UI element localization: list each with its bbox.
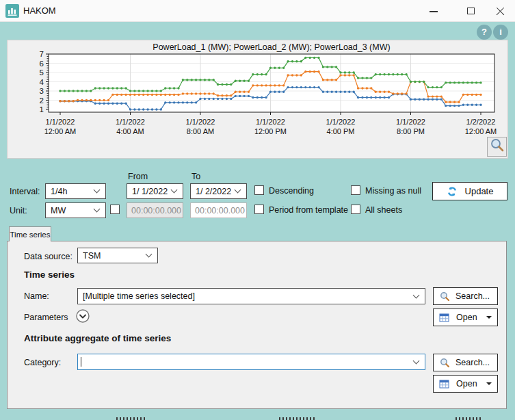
svg-text:12:00 AM: 12:00 AM xyxy=(44,127,76,135)
svg-text:6: 6 xyxy=(40,60,44,68)
unit-value: MW xyxy=(51,206,94,215)
svg-text:1/2/2022: 1/2/2022 xyxy=(466,118,496,126)
chevron-down-icon xyxy=(171,187,178,194)
search-icon xyxy=(440,291,450,302)
missing-as-null-label: Missing as null xyxy=(365,186,421,196)
svg-text:1/1/2022: 1/1/2022 xyxy=(116,118,145,126)
maximize-icon xyxy=(467,8,475,14)
minimize-button[interactable] xyxy=(422,1,445,21)
chevron-down-icon xyxy=(94,187,101,194)
minimize-icon xyxy=(430,11,438,12)
close-button[interactable] xyxy=(488,1,512,21)
chart-zoom-button[interactable] xyxy=(487,137,507,157)
unit-label: Unit: xyxy=(10,206,27,215)
svg-text:12:00 PM: 12:00 PM xyxy=(254,127,287,135)
data-source-select[interactable]: TSM xyxy=(77,248,158,263)
period-from-template-checkbox[interactable] xyxy=(254,205,264,214)
svg-text:4: 4 xyxy=(40,78,44,86)
help-icon: ? xyxy=(481,27,487,37)
open-category-button[interactable]: Open xyxy=(433,375,498,393)
chevron-down-icon xyxy=(235,187,241,194)
update-button[interactable]: Update xyxy=(432,182,507,200)
from-date-picker[interactable]: 1/ 1/2022 xyxy=(127,183,183,199)
search-label: Search... xyxy=(455,358,490,367)
time-from-field[interactable]: 00:00:00.000 xyxy=(127,202,183,218)
clipped-text-fragment xyxy=(116,417,145,420)
data-source-label: Data source: xyxy=(24,252,72,261)
refresh-icon xyxy=(447,186,458,197)
svg-text:1/1/2022: 1/1/2022 xyxy=(46,118,75,126)
table-icon xyxy=(439,313,449,322)
category-label: Category: xyxy=(24,358,61,367)
category-combobox[interactable] xyxy=(77,354,425,370)
tab-label: Time series xyxy=(10,231,51,239)
svg-text:PowerLoad_1 (MW); PowerLoad_2: PowerLoad_1 (MW); PowerLoad_2 (MW); Powe… xyxy=(153,42,390,52)
from-date-value: 1/ 1/2022 xyxy=(132,187,172,196)
svg-text:1/1/2022: 1/1/2022 xyxy=(256,118,285,126)
to-date-value: 1/ 2/2022 xyxy=(196,187,235,196)
parameters-label: Parameters xyxy=(24,313,68,322)
open-time-series-button[interactable]: Open xyxy=(433,309,498,326)
open-label: Open xyxy=(456,379,477,389)
magnifier-icon xyxy=(489,137,505,157)
svg-text:1/1/2022: 1/1/2022 xyxy=(186,118,215,126)
descending-checkbox[interactable] xyxy=(254,185,264,195)
svg-text:1/1/2022: 1/1/2022 xyxy=(396,118,425,126)
info-icon: i xyxy=(499,27,502,37)
svg-text:5: 5 xyxy=(40,68,44,77)
svg-text:1: 1 xyxy=(40,105,44,114)
dropdown-arrow-icon xyxy=(486,382,492,385)
application-window: HAKOM ? i 12345671/1/202212:00 AM1/1/202… xyxy=(0,0,515,420)
search-category-button[interactable]: Search... xyxy=(433,354,498,371)
svg-text:4:00 AM: 4:00 AM xyxy=(116,127,144,135)
svg-text:8:00 AM: 8:00 AM xyxy=(187,127,214,135)
chart-panel: 12345671/1/202212:00 AM1/1/20224:00 AM1/… xyxy=(7,40,508,159)
from-label: From xyxy=(128,172,148,181)
missing-as-null-checkbox[interactable] xyxy=(351,185,360,195)
svg-text:4:00 PM: 4:00 PM xyxy=(327,127,355,135)
attribute-aggregate-heading: Attribute aggregate of time series xyxy=(24,333,171,343)
chevron-down-icon xyxy=(146,251,153,258)
interval-value: 1/4h xyxy=(51,187,94,196)
to-date-picker[interactable]: 1/ 2/2022 xyxy=(190,183,247,199)
update-label: Update xyxy=(465,186,494,196)
time-series-heading: Time series xyxy=(24,270,75,280)
parameters-expander-button[interactable] xyxy=(75,309,90,324)
svg-text:3: 3 xyxy=(40,87,44,95)
svg-text:7: 7 xyxy=(40,50,44,58)
chevron-down-icon xyxy=(413,291,420,298)
tab-time-series[interactable]: Time series xyxy=(9,226,51,241)
all-sheets-label: All sheets xyxy=(365,205,402,215)
dropdown-arrow-icon xyxy=(486,316,492,319)
time-to-field[interactable]: 00:00:00.000 xyxy=(190,202,247,218)
timeseries-chart: 12345671/1/202212:00 AM1/1/20224:00 AM1/… xyxy=(8,40,507,158)
search-time-series-button[interactable]: Search... xyxy=(433,287,498,305)
chevron-down-icon xyxy=(94,206,101,213)
svg-text:8:00 PM: 8:00 PM xyxy=(397,127,425,135)
descending-label: Descending xyxy=(269,186,314,196)
svg-text:2: 2 xyxy=(40,96,44,105)
time-to-value: 00:00:00.000 xyxy=(195,206,245,215)
interval-select[interactable]: 1/4h xyxy=(45,183,106,199)
time-series-tab-panel xyxy=(7,241,507,409)
chevron-down-circle-icon xyxy=(75,309,90,324)
clipped-text-fragment xyxy=(279,417,316,420)
data-source-value: TSM xyxy=(83,251,146,261)
all-sheets-checkbox[interactable] xyxy=(351,205,360,214)
title-bar: HAKOM xyxy=(0,0,515,22)
time-from-value: 00:00:00.000 xyxy=(131,206,181,215)
info-button[interactable]: i xyxy=(493,25,508,40)
search-label: Search... xyxy=(455,291,490,301)
help-button[interactable]: ? xyxy=(477,25,492,40)
svg-text:1/1/2022: 1/1/2022 xyxy=(326,118,356,126)
text-cursor xyxy=(81,357,81,367)
time-enable-checkbox[interactable] xyxy=(110,205,120,214)
name-combobox[interactable]: [Multiple time series selected] xyxy=(77,288,425,304)
period-from-template-label: Period from template xyxy=(269,205,348,215)
interval-label: Interval: xyxy=(10,187,40,196)
window-title: HAKOM xyxy=(23,5,56,16)
unit-select[interactable]: MW xyxy=(45,202,106,218)
search-icon xyxy=(440,358,450,368)
maximize-button[interactable] xyxy=(459,1,482,21)
to-label: To xyxy=(192,172,200,181)
